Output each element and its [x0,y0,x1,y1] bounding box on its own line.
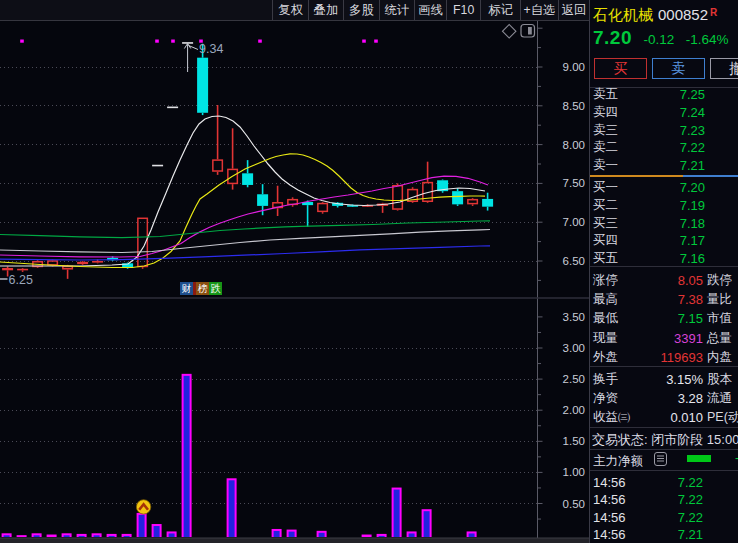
menu-item-3[interactable]: 统计 [379,0,414,20]
divider [590,470,738,471]
stat-label-2: 量比 [707,290,732,307]
sell-button[interactable]: 卖 [652,58,705,79]
stat-value: 0.010 [670,410,703,425]
menu-item-4[interactable]: 画线 [414,0,446,20]
bid-row[interactable]: 买五7.16 [590,249,738,267]
menu-item-8[interactable]: 返回 [558,0,589,20]
volume-axis-label: 1.00 [563,466,585,478]
menu-item-f10[interactable]: F10 [446,0,480,20]
alert-marker-icon[interactable] [136,500,150,514]
list-icon[interactable] [654,452,667,470]
candle [482,193,493,211]
bid-ask-divider [590,175,738,177]
volume-bar-fill [469,533,475,537]
stat-value: 3391 [674,330,703,345]
candle [138,218,148,268]
badge-榜[interactable]: 榜 [196,282,209,295]
volume-bar-fill [64,535,70,537]
candle [302,200,313,226]
bid-price: 7.20 [680,180,705,195]
stat-value: 3.28 [678,390,703,405]
stat-value: 7.38 [678,291,703,306]
divider [590,266,738,267]
main-force-row[interactable]: 主力净额 - [593,451,738,469]
candle [63,265,73,279]
price-axis-label: 8.00 [563,139,585,151]
stat-label: 最低 [593,310,618,327]
stat-label: 净资 [593,389,618,406]
menubar: 复权叠加多股统计画线F10标记+自选返回 [0,0,589,21]
stock-header: 石化机械000852R [593,6,738,25]
volume-bar-fill [409,533,415,537]
ask-row[interactable]: 卖五7.25 [590,85,738,103]
trading-app-window: 复权叠加多股统计画线F10标记+自选返回 9.008.508.007.507.0… [0,0,738,543]
volume-bar-fill [319,533,325,537]
candle [242,160,253,187]
high-annotation-arrow [184,44,198,73]
stat-value: 119693 [661,350,703,365]
stat-label-2: 内盘 [707,349,732,366]
divider [590,366,738,367]
price-axis-label: 6.50 [563,255,585,267]
highest-price-label: 9.34 [199,42,223,56]
menu-item-0[interactable]: 复权 [272,0,307,20]
stat-value: 3.15% [666,371,703,386]
bid-row[interactable]: 买三7.18 [590,214,738,232]
ask-row[interactable]: 卖四7.24 [590,103,738,121]
bid-label: 买四 [593,232,618,249]
volume-axis-label: 2.00 [563,404,585,416]
chart-corner-icons [502,25,534,38]
bid-price: 7.17 [680,233,705,248]
ask-price: 7.23 [680,122,705,137]
stat-label: 外盘 [593,349,618,366]
cancel-button[interactable]: 撤 [710,58,738,79]
trade-status: 交易状态: 闭市阶段 15:00 [592,431,738,448]
bid-price: 7.18 [680,215,705,230]
bottom-strip [0,538,589,543]
tick-price: 7.22 [678,492,703,507]
stat-label-2: 跌停 [707,271,732,288]
volume-bar-fill [184,376,190,537]
candle [468,198,478,206]
margin-tag: R [710,7,717,18]
price-axis-label: 8.50 [563,100,585,112]
candle [77,261,88,265]
diamond-icon[interactable] [502,25,515,38]
lowest-price-label: 6.25 [9,273,33,287]
volume-bar-fill [289,532,295,537]
candle [318,202,328,214]
ma-blue [0,246,490,260]
badge-财[interactable]: 财 [180,282,193,295]
bid-label: 买五 [593,250,618,267]
ma-yellow [0,154,485,268]
menu-item-6[interactable]: 标记 [480,0,520,20]
stat-label: 现量 [593,329,618,346]
badge-跌[interactable]: 跌 [209,282,222,295]
menu-item-2[interactable]: 多股 [343,0,378,20]
volume-bar-fill [4,535,10,537]
indicator-badges[interactable]: 财榜跌 [180,282,222,295]
bid-label: 买三 [593,214,618,231]
bid-row[interactable]: 买一7.20 [590,178,738,196]
bid-row[interactable]: 买二7.19 [590,196,738,214]
volume-bar-fill [394,490,400,537]
volume-axis-label: 3.50 [563,311,585,323]
ask-row[interactable]: 卖二7.22 [590,138,738,156]
volume-bar-fill [94,535,100,537]
ma-gray [0,230,490,253]
ask-row[interactable]: 卖一7.21 [590,156,738,174]
menu-item-1[interactable]: 叠加 [308,0,343,20]
stat-row: 净资3.28流通 [590,388,738,407]
price-row: 7.20 -0.12 -1.64% [593,27,728,49]
tick-price: 7.21 [678,527,703,542]
ask-row[interactable]: 卖三7.23 [590,121,738,139]
tick-row: 14:567.22 [590,508,738,526]
kline-chart[interactable]: 9.008.508.007.507.006.503.503.002.502.00… [0,21,589,543]
bid-row[interactable]: 买四7.17 [590,231,738,249]
panel-toggle-icon[interactable] [521,25,535,38]
tick-row: 14:567.22 [590,491,738,509]
divider [590,449,738,450]
menu-item-7[interactable]: +自选 [520,0,558,20]
stat-label: 换手 [593,370,618,387]
buy-button[interactable]: 买 [594,58,647,79]
